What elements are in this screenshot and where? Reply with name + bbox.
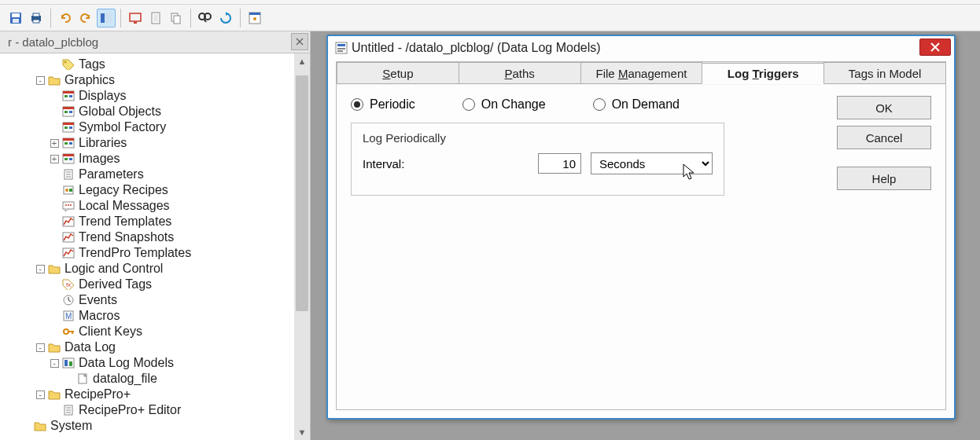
clock-icon bbox=[61, 294, 76, 306]
dialog-titlebar[interactable]: Untitled - /datalo_plcblog/ (Data Log Mo… bbox=[328, 36, 954, 60]
radio-on-demand[interactable]: On Demand bbox=[593, 97, 680, 112]
tree-item-label: RecipePro+ Editor bbox=[79, 403, 181, 417]
tree-item[interactable]: datalog_file bbox=[5, 371, 310, 387]
collapse-icon[interactable]: - bbox=[36, 343, 45, 352]
svg-rect-2 bbox=[13, 19, 19, 23]
collapse-icon[interactable]: - bbox=[36, 390, 45, 399]
tree-item-label: Events bbox=[79, 293, 117, 307]
collapse-icon[interactable]: - bbox=[36, 76, 45, 85]
expand-icon[interactable]: + bbox=[50, 155, 59, 163]
print-icon[interactable] bbox=[27, 9, 46, 28]
ok-button[interactable]: OK bbox=[837, 96, 931, 119]
svg-rect-11 bbox=[153, 14, 158, 22]
folder-icon bbox=[47, 262, 61, 275]
group-log-periodically: Log Periodically Interval: Seconds bbox=[351, 123, 724, 196]
display-icon[interactable] bbox=[126, 9, 145, 28]
refresh-icon[interactable] bbox=[216, 9, 235, 28]
tree-item[interactable]: fxDerived Tags bbox=[5, 277, 310, 292]
collapse-icon[interactable]: - bbox=[50, 359, 59, 368]
panel-close-button[interactable] bbox=[291, 33, 308, 50]
tree-item[interactable]: +Images bbox=[5, 151, 310, 167]
window-icon[interactable] bbox=[245, 9, 264, 28]
tree-item[interactable]: Tags bbox=[5, 57, 310, 72]
tree-item[interactable]: Local Messages bbox=[5, 198, 310, 214]
tree-item[interactable]: Trend Snapshots bbox=[5, 229, 310, 245]
cancel-button[interactable]: Cancel bbox=[837, 126, 931, 149]
close-icon bbox=[296, 38, 304, 46]
tree-item[interactable]: RecipePro+ Editor bbox=[5, 402, 310, 418]
copy-icon[interactable] bbox=[167, 9, 186, 28]
trend-icon bbox=[61, 231, 76, 244]
tree-item[interactable]: Symbol Factory bbox=[5, 119, 310, 135]
svg-rect-40 bbox=[63, 154, 74, 156]
tab-tags-in-model[interactable]: Tags in Model bbox=[823, 62, 946, 83]
display-icon bbox=[61, 90, 76, 102]
tree-item[interactable]: -RecipePro+ bbox=[5, 387, 310, 402]
panel-title-text: r - datalo_plcblog bbox=[8, 35, 98, 49]
radio-on-change[interactable]: On Change bbox=[462, 97, 546, 112]
tree-item-label: Graphics bbox=[64, 73, 115, 87]
tree-item[interactable]: -Logic and Control bbox=[5, 261, 310, 277]
tree-item-label: Macros bbox=[79, 309, 120, 323]
tree-item-label: TrendPro Templates bbox=[79, 246, 191, 260]
scroll-up-button[interactable]: ▲ bbox=[294, 53, 310, 69]
tab-paths[interactable]: Paths bbox=[459, 62, 581, 83]
tree-item[interactable]: System bbox=[5, 418, 310, 434]
tree-item[interactable]: TrendPro Templates bbox=[5, 245, 310, 261]
svg-rect-32 bbox=[63, 123, 74, 125]
tree-item-label: Local Messages bbox=[79, 199, 170, 213]
svg-rect-9 bbox=[134, 22, 137, 24]
explorer-icon[interactable] bbox=[97, 9, 116, 28]
find-icon[interactable] bbox=[196, 9, 215, 28]
collapse-icon[interactable]: - bbox=[36, 265, 45, 273]
tree-item[interactable]: Displays bbox=[5, 88, 310, 104]
tree-item[interactable]: Client Keys bbox=[5, 324, 310, 339]
save-icon[interactable] bbox=[6, 9, 25, 28]
tag-icon bbox=[61, 58, 76, 71]
key-icon bbox=[61, 325, 76, 338]
dialog-icon bbox=[334, 42, 348, 54]
scroll-thumb[interactable] bbox=[296, 75, 308, 311]
tabpage-log-triggers: Periodic On Change On Demand Log Periodi… bbox=[337, 85, 945, 409]
svg-rect-25 bbox=[64, 95, 68, 97]
tree-item[interactable]: MMacros bbox=[5, 308, 310, 324]
cut-icon[interactable] bbox=[146, 9, 165, 28]
scroll-down-button[interactable]: ▼ bbox=[294, 424, 310, 440]
tree-item[interactable]: Global Objects bbox=[5, 104, 310, 119]
radio-periodic[interactable]: Periodic bbox=[351, 97, 415, 112]
tree-item[interactable]: Parameters bbox=[5, 167, 310, 182]
tree-item-label: datalog_file bbox=[93, 372, 157, 386]
tab-setup[interactable]: Setup bbox=[337, 62, 459, 83]
tree-item[interactable]: -Data Log bbox=[5, 339, 310, 355]
project-explorer-panel: r - datalo_plcblog Tags-GraphicsDisplays… bbox=[0, 31, 311, 440]
tree-item-label: Trend Templates bbox=[79, 214, 171, 229]
tree-item[interactable]: Events bbox=[5, 292, 310, 308]
tree-item-label: Legacy Recipes bbox=[79, 183, 168, 197]
expand-icon[interactable]: + bbox=[50, 139, 59, 148]
svg-point-48 bbox=[65, 189, 68, 192]
svg-rect-75 bbox=[337, 44, 345, 46]
help-button[interactable]: Help bbox=[837, 167, 931, 190]
tree-item[interactable]: Trend Templates bbox=[5, 214, 310, 229]
scrollbar[interactable]: ▲ ▼ bbox=[294, 53, 310, 440]
tab-log-triggers[interactable]: Log Triggers bbox=[702, 63, 824, 84]
svg-rect-34 bbox=[69, 126, 72, 129]
tree-item[interactable]: -Data Log Models bbox=[5, 355, 310, 371]
svg-rect-41 bbox=[64, 158, 68, 160]
tree-item[interactable]: +Libraries bbox=[5, 135, 310, 151]
svg-rect-37 bbox=[64, 142, 68, 145]
project-tree[interactable]: Tags-GraphicsDisplaysGlobal ObjectsSymbo… bbox=[0, 53, 310, 437]
tabstrip: Setup Paths File Management Log Triggers… bbox=[337, 62, 945, 84]
undo-icon[interactable] bbox=[56, 9, 75, 28]
tree-item-label: Parameters bbox=[79, 167, 144, 182]
redo-icon[interactable] bbox=[76, 9, 95, 28]
interval-input[interactable] bbox=[538, 153, 581, 174]
tree-item[interactable]: Legacy Recipes bbox=[5, 182, 310, 198]
page-icon bbox=[61, 404, 76, 416]
tab-file-management[interactable]: File Management bbox=[580, 62, 703, 83]
dialog-close-button[interactable] bbox=[919, 38, 951, 56]
interval-unit-select[interactable]: Seconds bbox=[591, 152, 713, 174]
tree-item[interactable]: -Graphics bbox=[5, 72, 310, 88]
file-icon bbox=[76, 372, 90, 385]
trend-icon bbox=[61, 247, 76, 259]
